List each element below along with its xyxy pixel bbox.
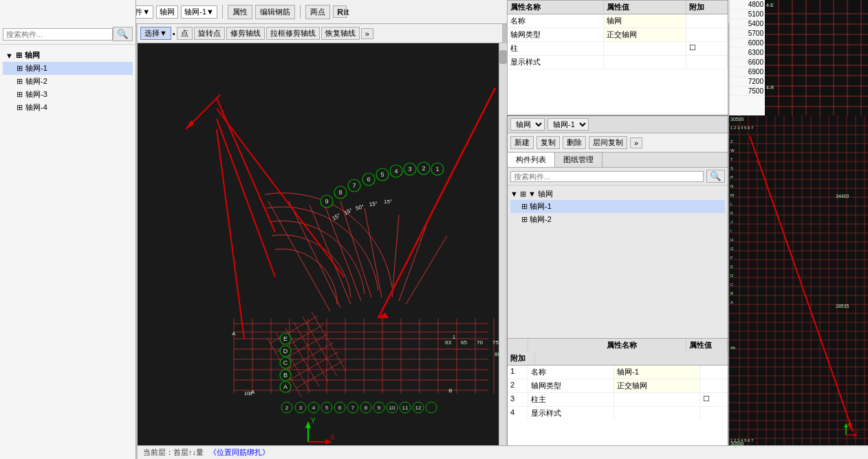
svg-text:A: A: [283, 383, 287, 390]
right-scrollbar[interactable]: [499, 43, 507, 459]
main-canvas[interactable]: 9 8 7 6 5 4 3 2 1 15° 15° 50° 15° 15° E: [138, 43, 501, 459]
mid-row3-extra[interactable]: ☐: [700, 393, 728, 406]
two-points-button[interactable]: 两点: [305, 5, 330, 19]
svg-text:G: G: [730, 247, 734, 251]
svg-text:12: 12: [415, 405, 422, 411]
svg-text:9: 9: [378, 405, 381, 411]
mid-panel-titlebar: 轴网 轴网-1: [508, 116, 728, 133]
tree-item-grid4[interactable]: ⊞ 轴网-4: [3, 101, 133, 114]
select-button[interactable]: 选择▼: [140, 27, 171, 40]
mid-panel-toolbar: 新建 复制 删除 层间复制 »: [508, 133, 728, 153]
tree-item-grid1[interactable]: ⊞ 轴网-1: [3, 62, 133, 75]
mid-search-area: 🔍: [508, 168, 728, 186]
svg-text:34400: 34400: [836, 194, 849, 199]
svg-text:N: N: [730, 184, 733, 188]
mid-row1-num: 1: [508, 366, 528, 379]
tree-area: ▼ ⊞ 轴网 ⊞ 轴网-1 ⊞ 轴网-2 ⊞ 轴网-3 ⊞ 轴网-4: [0, 45, 135, 118]
mid-row1-val[interactable]: 轴网-1: [614, 366, 700, 379]
mid-item-grid1[interactable]: ⊞ 轴网-1: [510, 200, 725, 213]
mid-row2-val[interactable]: 正交轴网: [614, 379, 700, 392]
mid-props-row1: 1 名称 轴网-1: [508, 366, 728, 379]
trim-button[interactable]: 修剪轴线: [226, 27, 265, 40]
tab-drawing-mgmt[interactable]: 图纸管理: [555, 153, 603, 167]
svg-text:3: 3: [408, 166, 411, 172]
mid-delete-button[interactable]: 删除: [563, 136, 586, 149]
mid-group-icon: ▼ ⊞: [510, 190, 528, 198]
mid-grid-select[interactable]: 轴网: [510, 118, 545, 131]
grid3-label: 轴网-3: [25, 89, 47, 100]
mid-new-button[interactable]: 新建: [510, 136, 534, 149]
mid-more-button[interactable]: »: [630, 137, 642, 148]
tab-component-list[interactable]: 构件列表: [508, 153, 555, 167]
svg-text:D: D: [730, 273, 734, 278]
mid-row4-num: 4: [508, 407, 528, 420]
svg-text:15°: 15°: [384, 199, 392, 205]
svg-text:4-E: 4-E: [766, 3, 774, 8]
props-val-1[interactable]: 轴网: [604, 14, 686, 27]
grid-group-header[interactable]: ▼ ⊞ 轴网: [3, 49, 133, 62]
grid-1-dropdown[interactable]: 轴网-1▼: [181, 5, 217, 19]
mid-row2-extra: [700, 379, 728, 392]
mid-props-col2: 属性值: [686, 339, 728, 352]
mid-props-header: 属性名称 属性值 附加: [508, 339, 728, 366]
num-5400: 5400: [730, 19, 765, 29]
num-6600: 6600: [730, 58, 765, 67]
right-canvas[interactable]: 30500 30500 1 2 3 4 5 6 7 1 2 3 4 5 6 7 …: [729, 115, 868, 452]
mid-row4-extra: [700, 407, 728, 420]
props-extra-3[interactable]: ☐: [686, 42, 728, 55]
props-name-3: 柱: [508, 42, 604, 55]
svg-text:10: 10: [389, 405, 395, 411]
mid-props-col0: [508, 339, 528, 352]
mid-grid1-select[interactable]: 轴网-1: [547, 118, 589, 131]
status-link[interactable]: 《位置同筋绑扎》: [209, 447, 270, 458]
props-name-2: 轴网类型: [508, 28, 604, 41]
svg-text:15°: 15°: [369, 201, 378, 208]
svg-rect-0: [138, 43, 501, 459]
scrollbar-thumb[interactable]: [499, 50, 507, 64]
svg-text:B: B: [283, 372, 287, 379]
mid-copy-button[interactable]: 复制: [536, 136, 560, 149]
num-6900: 6900: [730, 67, 765, 77]
more2-button[interactable]: »: [361, 28, 373, 39]
num-4800: 4800: [730, 0, 765, 10]
svg-rect-145: [729, 115, 868, 452]
svg-text:P: P: [730, 175, 733, 179]
far-right-svg: 4-E 4-R: [765, 0, 868, 115]
props-val-2[interactable]: 正交轴网: [604, 28, 686, 41]
mid-layer-copy-button[interactable]: 层间复制: [589, 136, 627, 149]
num-7500: 7500: [730, 87, 765, 96]
mid-search-input[interactable]: [510, 171, 704, 182]
svg-text:6: 6: [338, 405, 342, 411]
svg-text:7: 7: [352, 182, 356, 189]
grid4-icon: ⊞: [17, 103, 23, 112]
grid1-label: 轴网-1: [25, 63, 47, 74]
frame-trim-button[interactable]: 拉框修剪轴线: [266, 27, 320, 40]
grid-dropdown-label[interactable]: 轴网: [156, 5, 178, 19]
mid-search-button[interactable]: 🔍: [706, 170, 725, 183]
app-title: Rit: [337, 7, 349, 17]
props-col1: 属性名称: [508, 1, 604, 14]
mid-group-header[interactable]: ▼ ⊞ ▼ 轴网: [510, 189, 725, 199]
props-val-4: [604, 56, 686, 69]
tree-item-grid2[interactable]: ⊞ 轴网-2: [3, 75, 133, 88]
tree-item-grid3[interactable]: ⊞ 轴网-3: [3, 88, 133, 101]
restore-button[interactable]: 恢复轴线: [321, 27, 360, 40]
svg-text:H: H: [730, 238, 733, 242]
props-name-4: 显示样式: [508, 56, 604, 69]
svg-text:70: 70: [477, 339, 483, 346]
rotate-button[interactable]: 旋转点: [194, 27, 225, 40]
props-row-3: 柱 ☐: [508, 42, 728, 56]
svg-text:M: M: [730, 193, 734, 197]
props-extra-2: [686, 28, 728, 41]
search-input[interactable]: [3, 28, 113, 41]
mid-item-grid2[interactable]: ⊞ 轴网-2: [510, 213, 725, 226]
mid-bottom-props: 属性名称 属性值 附加 1 名称 轴网-1 2 轴网类型 正交轴网 3 柱主 ☐…: [508, 338, 728, 451]
props-button[interactable]: 属性: [228, 5, 252, 19]
svg-rect-125: [765, 0, 868, 115]
left-search-area: 🔍: [0, 24, 135, 45]
point-button[interactable]: 点: [177, 27, 193, 40]
edit-rebar-button[interactable]: 编辑钢筋: [255, 5, 295, 19]
mid-tabs: 构件列表 图纸管理: [508, 153, 728, 168]
right-mid-panel: 轴网 轴网-1 新建 复制 删除 层间复制 » 构件列表 图纸管理 🔍 ▼ ⊞ …: [507, 115, 728, 452]
search-button[interactable]: 🔍: [113, 27, 133, 41]
